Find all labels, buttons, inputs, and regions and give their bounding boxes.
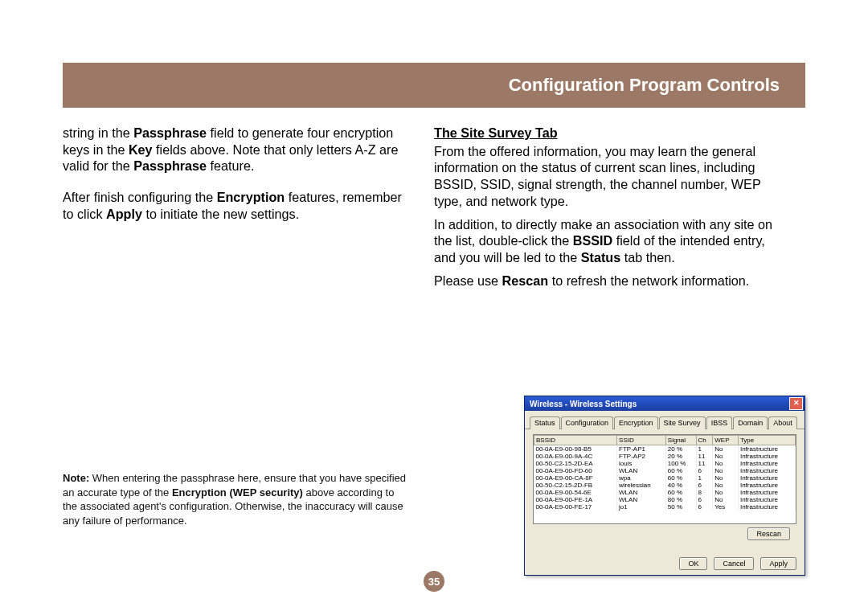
left-column: string in the Passphrase field to genera…: [63, 125, 408, 232]
table-cell: Infrastructure: [738, 467, 795, 474]
bold-text: Rescan: [502, 273, 549, 288]
apply-button[interactable]: Apply: [760, 557, 796, 570]
table-cell: 00-50-C2-15-2D-EA: [534, 460, 617, 467]
table-cell: 11: [696, 460, 713, 467]
table-row[interactable]: 00-50-C2-15-2D-EAlouis100 %11NoInfrastru…: [534, 460, 796, 467]
ok-button[interactable]: OK: [679, 557, 707, 570]
bold-text: Encryption (WEP security): [172, 486, 303, 498]
text: to refresh the network information.: [548, 273, 749, 288]
rescan-row: Rescan: [533, 524, 796, 540]
note-text: Note: When entering the passphrase here,…: [63, 471, 408, 527]
paragraph: Please use Rescan to refresh the network…: [434, 273, 780, 289]
table-cell: 00-50-C2-15-2D-FB: [534, 482, 617, 489]
table-cell: Infrastructure: [738, 474, 795, 482]
paragraph: string in the Passphrase field to genera…: [63, 125, 408, 174]
text: After finish configuring the: [63, 190, 217, 204]
column-header[interactable]: Signal: [665, 436, 696, 445]
bold-text: Encryption: [217, 190, 285, 204]
table-cell: No: [713, 467, 739, 474]
table-cell: No: [713, 482, 739, 489]
table-cell: jo1: [617, 503, 666, 511]
table-cell: wpa: [617, 474, 666, 482]
cancel-button[interactable]: Cancel: [714, 557, 754, 570]
dialog-action-row: OK Cancel Apply: [679, 557, 796, 570]
dialog-body: BSSIDSSIDSignalChWEPType 00-0A-E9-00-98-…: [525, 429, 805, 540]
table-cell: FTP-AP1: [617, 445, 666, 453]
text: feature.: [207, 158, 254, 173]
bold-text: Key: [129, 142, 153, 157]
column-header[interactable]: SSID: [617, 436, 666, 445]
table-cell: 60 %: [665, 467, 696, 474]
table-cell: 8: [696, 489, 713, 496]
table-cell: Infrastructure: [738, 489, 795, 496]
section-title: Configuration Program Controls: [509, 75, 780, 96]
text: to initiate the new settings.: [142, 207, 299, 221]
note-block: Note: When entering the passphrase here,…: [63, 461, 408, 538]
rescan-button[interactable]: Rescan: [747, 527, 790, 540]
table-cell: 80 %: [665, 496, 696, 503]
table-cell: 00-0A-E9-00-CA-8F: [534, 474, 617, 482]
table-row[interactable]: 00-0A-E9-00-9A-4CFTP-AP220 %11NoInfrastr…: [534, 453, 796, 460]
table-cell: 11: [696, 453, 713, 460]
table-cell: FTP-AP2: [617, 453, 666, 460]
table-row[interactable]: 00-0A-E9-00-98-B5FTP-AP120 %1NoInfrastru…: [534, 445, 796, 453]
table-cell: 40 %: [665, 482, 696, 489]
dialog-titlebar[interactable]: Wireless - Wireless Settings ✕: [525, 396, 805, 411]
wireless-settings-dialog: Wireless - Wireless Settings ✕ StatusCon…: [524, 396, 805, 576]
table-cell: 00-0A-E9-00-FE-1A: [534, 496, 617, 503]
table-cell: 6: [696, 482, 713, 489]
table-cell: 1: [696, 445, 713, 453]
table-cell: 6: [696, 503, 713, 511]
note-label: Note:: [63, 472, 89, 484]
bold-text: Status: [581, 250, 620, 265]
table-cell: Infrastructure: [738, 445, 795, 453]
paragraph: From the offered information, you may le…: [434, 143, 780, 210]
close-icon[interactable]: ✕: [789, 397, 803, 410]
tab-encryption[interactable]: Encryption: [614, 416, 658, 429]
table-cell: No: [713, 453, 739, 460]
table-cell: 20 %: [665, 453, 696, 460]
table-row[interactable]: 00-0A-E9-00-54-6EWLAN60 %8NoInfrastructu…: [534, 489, 796, 496]
heading-text: The Site Survey Tab: [434, 125, 558, 140]
table-row[interactable]: 00-0A-E9-00-CA-8Fwpa60 %1NoInfrastructur…: [534, 474, 796, 482]
table-cell: No: [713, 474, 739, 482]
table-row[interactable]: 00-0A-E9-00-FE-17jo150 %6YesInfrastructu…: [534, 503, 796, 511]
network-table: BSSIDSSIDSignalChWEPType 00-0A-E9-00-98-…: [534, 435, 796, 511]
dialog-title: Wireless - Wireless Settings: [530, 400, 637, 408]
column-header[interactable]: Ch: [696, 436, 713, 445]
manual-page: Configuration Program Controls string in…: [0, 0, 868, 603]
table-row[interactable]: 00-50-C2-15-2D-FBwirelesslan40 %6NoInfra…: [534, 482, 796, 489]
table-cell: 00-0A-E9-00-FD-60: [534, 467, 617, 474]
column-header[interactable]: BSSID: [534, 436, 617, 445]
tab-domain[interactable]: Domain: [733, 416, 768, 429]
table-cell: Infrastructure: [738, 460, 795, 467]
table-cell: Yes: [713, 503, 739, 511]
table-cell: No: [713, 489, 739, 496]
paragraph: In addition, to directly make an associa…: [434, 216, 780, 266]
column-header[interactable]: WEP: [713, 436, 739, 445]
tab-about[interactable]: About: [768, 416, 797, 429]
text: Please use: [434, 273, 502, 288]
subsection-heading: The Site Survey Tab: [434, 125, 780, 142]
table-cell: WLAN: [617, 489, 666, 496]
paragraph: After finish configuring the Encryption …: [63, 189, 408, 222]
table-cell: 100 %: [665, 460, 696, 467]
table-header-row: BSSIDSSIDSignalChWEPType: [534, 436, 796, 445]
tab-status[interactable]: Status: [530, 416, 560, 429]
table-cell: Infrastructure: [738, 496, 795, 503]
table-row[interactable]: 00-0A-E9-00-FE-1AWLAN80 %6NoInfrastructu…: [534, 496, 796, 503]
tab-site-survey[interactable]: Site Survey: [659, 416, 706, 429]
right-column: The Site Survey Tab From the offered inf…: [434, 125, 780, 299]
bold-text: BSSID: [573, 233, 612, 248]
table-cell: No: [713, 460, 739, 467]
column-header[interactable]: Type: [738, 436, 795, 445]
section-header: Configuration Program Controls: [63, 63, 805, 108]
bold-text: Passphrase: [133, 158, 207, 173]
tab-configuration[interactable]: Configuration: [561, 416, 614, 429]
table-cell: Infrastructure: [738, 453, 795, 460]
table-cell: wirelesslan: [617, 482, 666, 489]
table-row[interactable]: 00-0A-E9-00-FD-60WLAN60 %6NoInfrastructu…: [534, 467, 796, 474]
tab-ibss[interactable]: IBSS: [706, 416, 733, 429]
site-survey-table[interactable]: BSSIDSSIDSignalChWEPType 00-0A-E9-00-98-…: [533, 434, 796, 524]
table-cell: 50 %: [665, 503, 696, 511]
